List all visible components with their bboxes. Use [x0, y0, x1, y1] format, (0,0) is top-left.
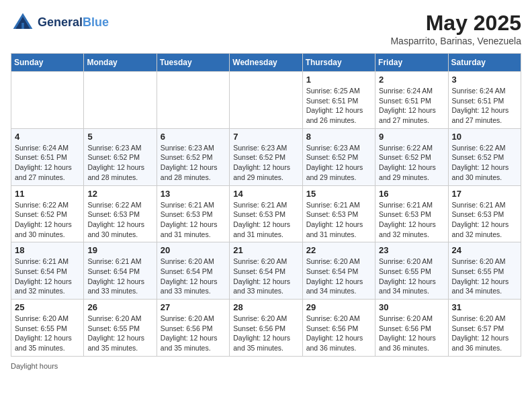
- day-info: Sunrise: 6:20 AM Sunset: 6:56 PM Dayligh…: [379, 314, 444, 353]
- day-number: 12: [87, 189, 152, 199]
- day-number: 20: [161, 245, 226, 255]
- day-info: Sunrise: 6:20 AM Sunset: 6:54 PM Dayligh…: [161, 257, 226, 296]
- day-info: Sunrise: 6:23 AM Sunset: 6:52 PM Dayligh…: [161, 143, 226, 183]
- calendar-cell: 24Sunrise: 6:20 AM Sunset: 6:55 PM Dayli…: [448, 242, 521, 300]
- day-number: 15: [306, 189, 371, 199]
- day-number: 6: [161, 132, 226, 142]
- day-info: Sunrise: 6:22 AM Sunset: 6:52 PM Dayligh…: [15, 200, 80, 240]
- page-header: GeneralBlue May 2025 Masparrito, Barinas…: [11, 11, 521, 46]
- calendar-cell: 28Sunrise: 6:20 AM Sunset: 6:56 PM Dayli…: [230, 300, 302, 357]
- day-number: 23: [379, 245, 444, 255]
- col-header-tuesday: Tuesday: [157, 54, 229, 72]
- calendar-cell: 3Sunrise: 6:24 AM Sunset: 6:51 PM Daylig…: [448, 72, 521, 129]
- col-header-saturday: Saturday: [448, 54, 521, 72]
- calendar-cell: 21Sunrise: 6:20 AM Sunset: 6:54 PM Dayli…: [230, 242, 302, 300]
- day-number: 26: [87, 302, 152, 312]
- day-info: Sunrise: 6:21 AM Sunset: 6:53 PM Dayligh…: [379, 200, 444, 240]
- day-number: 25: [15, 302, 80, 312]
- calendar-cell: 11Sunrise: 6:22 AM Sunset: 6:52 PM Dayli…: [11, 185, 84, 242]
- day-info: Sunrise: 6:20 AM Sunset: 6:55 PM Dayligh…: [452, 257, 517, 296]
- day-number: 10: [452, 132, 517, 142]
- calendar-table: SundayMondayTuesdayWednesdayThursdayFrid…: [11, 53, 521, 357]
- day-info: Sunrise: 6:20 AM Sunset: 6:55 PM Dayligh…: [379, 257, 444, 296]
- calendar-cell: 22Sunrise: 6:20 AM Sunset: 6:54 PM Dayli…: [302, 242, 375, 300]
- calendar-cell: 15Sunrise: 6:21 AM Sunset: 6:53 PM Dayli…: [302, 185, 375, 242]
- day-info: Sunrise: 6:22 AM Sunset: 6:52 PM Dayligh…: [452, 143, 517, 183]
- day-info: Sunrise: 6:23 AM Sunset: 6:52 PM Dayligh…: [233, 143, 298, 183]
- calendar-cell: 20Sunrise: 6:20 AM Sunset: 6:54 PM Dayli…: [157, 242, 229, 300]
- calendar-cell: [230, 72, 302, 129]
- logo-icon: [11, 11, 35, 35]
- day-info: Sunrise: 6:25 AM Sunset: 6:51 PM Dayligh…: [306, 86, 371, 126]
- col-header-wednesday: Wednesday: [230, 54, 302, 72]
- calendar-cell: [84, 72, 157, 129]
- footer-label: Daylight hours: [11, 362, 58, 370]
- calendar-cell: 19Sunrise: 6:21 AM Sunset: 6:54 PM Dayli…: [84, 242, 157, 300]
- title-block: May 2025 Masparrito, Barinas, Venezuela: [390, 11, 521, 46]
- calendar-cell: 27Sunrise: 6:20 AM Sunset: 6:56 PM Dayli…: [157, 300, 229, 357]
- calendar-cell: 30Sunrise: 6:20 AM Sunset: 6:56 PM Dayli…: [375, 300, 448, 357]
- logo-text: GeneralBlue: [38, 16, 109, 30]
- day-number: 9: [379, 132, 444, 142]
- week-row-2: 4Sunrise: 6:24 AM Sunset: 6:51 PM Daylig…: [11, 128, 521, 185]
- day-info: Sunrise: 6:22 AM Sunset: 6:52 PM Dayligh…: [379, 143, 444, 183]
- calendar-cell: 4Sunrise: 6:24 AM Sunset: 6:51 PM Daylig…: [11, 128, 84, 185]
- col-header-friday: Friday: [375, 54, 448, 72]
- calendar-cell: 26Sunrise: 6:20 AM Sunset: 6:55 PM Dayli…: [84, 300, 157, 357]
- day-number: 31: [452, 302, 517, 312]
- day-number: 2: [379, 75, 444, 85]
- day-info: Sunrise: 6:21 AM Sunset: 6:53 PM Dayligh…: [161, 200, 226, 240]
- day-number: 8: [306, 132, 371, 142]
- day-number: 4: [15, 132, 80, 142]
- calendar-cell: 13Sunrise: 6:21 AM Sunset: 6:53 PM Dayli…: [157, 185, 229, 242]
- day-number: 17: [452, 189, 517, 199]
- day-number: 24: [452, 245, 517, 255]
- calendar-cell: [11, 72, 84, 129]
- day-number: 1: [306, 75, 371, 85]
- day-number: 16: [379, 189, 444, 199]
- day-number: 14: [233, 189, 298, 199]
- calendar-cell: 7Sunrise: 6:23 AM Sunset: 6:52 PM Daylig…: [230, 128, 302, 185]
- calendar-cell: 8Sunrise: 6:23 AM Sunset: 6:52 PM Daylig…: [302, 128, 375, 185]
- calendar-cell: 25Sunrise: 6:20 AM Sunset: 6:55 PM Dayli…: [11, 300, 84, 357]
- day-info: Sunrise: 6:20 AM Sunset: 6:54 PM Dayligh…: [306, 257, 371, 296]
- day-info: Sunrise: 6:23 AM Sunset: 6:52 PM Dayligh…: [87, 143, 152, 183]
- day-number: 28: [233, 302, 298, 312]
- calendar-cell: 6Sunrise: 6:23 AM Sunset: 6:52 PM Daylig…: [157, 128, 229, 185]
- col-header-sunday: Sunday: [11, 54, 84, 72]
- day-number: 22: [306, 245, 371, 255]
- week-row-1: 1Sunrise: 6:25 AM Sunset: 6:51 PM Daylig…: [11, 72, 521, 129]
- day-info: Sunrise: 6:20 AM Sunset: 6:54 PM Dayligh…: [233, 257, 298, 296]
- day-info: Sunrise: 6:21 AM Sunset: 6:53 PM Dayligh…: [452, 200, 517, 240]
- day-info: Sunrise: 6:20 AM Sunset: 6:56 PM Dayligh…: [161, 314, 226, 353]
- day-number: 3: [452, 75, 517, 85]
- week-row-3: 11Sunrise: 6:22 AM Sunset: 6:52 PM Dayli…: [11, 185, 521, 242]
- day-number: 29: [306, 302, 371, 312]
- calendar-cell: 23Sunrise: 6:20 AM Sunset: 6:55 PM Dayli…: [375, 242, 448, 300]
- day-info: Sunrise: 6:21 AM Sunset: 6:54 PM Dayligh…: [15, 257, 80, 296]
- calendar-cell: [157, 72, 229, 129]
- day-info: Sunrise: 6:21 AM Sunset: 6:54 PM Dayligh…: [87, 257, 152, 296]
- day-info: Sunrise: 6:23 AM Sunset: 6:52 PM Dayligh…: [306, 143, 371, 183]
- logo: GeneralBlue: [11, 11, 109, 35]
- day-info: Sunrise: 6:24 AM Sunset: 6:51 PM Dayligh…: [452, 86, 517, 126]
- col-header-thursday: Thursday: [302, 54, 375, 72]
- day-info: Sunrise: 6:24 AM Sunset: 6:51 PM Dayligh…: [15, 143, 80, 183]
- day-info: Sunrise: 6:24 AM Sunset: 6:51 PM Dayligh…: [379, 86, 444, 126]
- day-number: 7: [233, 132, 298, 142]
- calendar-cell: 5Sunrise: 6:23 AM Sunset: 6:52 PM Daylig…: [84, 128, 157, 185]
- calendar-cell: 10Sunrise: 6:22 AM Sunset: 6:52 PM Dayli…: [448, 128, 521, 185]
- day-info: Sunrise: 6:21 AM Sunset: 6:53 PM Dayligh…: [306, 200, 371, 240]
- day-info: Sunrise: 6:20 AM Sunset: 6:55 PM Dayligh…: [87, 314, 152, 353]
- calendar-cell: 31Sunrise: 6:20 AM Sunset: 6:57 PM Dayli…: [448, 300, 521, 357]
- calendar-cell: 16Sunrise: 6:21 AM Sunset: 6:53 PM Dayli…: [375, 185, 448, 242]
- footer: Daylight hours: [11, 362, 521, 370]
- day-info: Sunrise: 6:21 AM Sunset: 6:53 PM Dayligh…: [233, 200, 298, 240]
- day-number: 13: [161, 189, 226, 199]
- day-number: 18: [15, 245, 80, 255]
- calendar-header-row: SundayMondayTuesdayWednesdayThursdayFrid…: [11, 54, 521, 72]
- day-number: 11: [15, 189, 80, 199]
- col-header-monday: Monday: [84, 54, 157, 72]
- week-row-4: 18Sunrise: 6:21 AM Sunset: 6:54 PM Dayli…: [11, 242, 521, 300]
- month-title: May 2025: [390, 11, 521, 36]
